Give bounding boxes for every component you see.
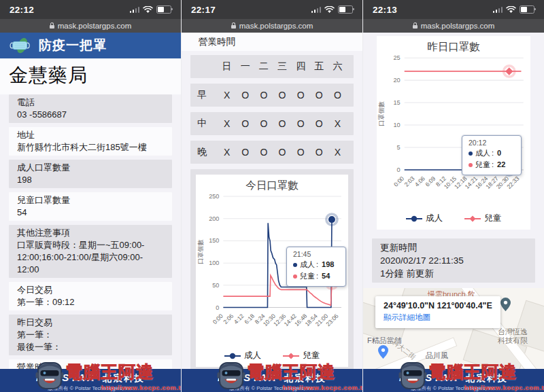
star-icon: ✦ [45,367,51,373]
mask-app-logo-icon [8,37,33,54]
map-coordinates: 24°49'10.0"N 121°00'40.4"E [384,301,492,310]
chart-legend: 成人兒童 [196,350,348,367]
info-row: 今日交易第一筆：09:12 [9,282,172,310]
map-pin-icon [378,345,388,359]
status-icons [493,5,535,14]
lock-icon [231,25,236,29]
wifi-icon [506,6,516,14]
series-dot-icon [469,163,473,167]
info-row: 兒童口罩數量54 [9,192,172,221]
info-row: 昨日交易第一筆：最後一筆： [9,315,172,355]
cellular-signal-icon [130,6,140,13]
map-label-restaurant: 品川風 [426,351,448,361]
triple-screenshot-canvas: 22:12 mask.polstargps.com [0,0,544,392]
app-title: 防疫一把罩 [39,37,107,54]
battery-icon [520,5,534,14]
status-icons [311,5,354,14]
svg-text:2:06: 2:06 [222,313,235,325]
star-icon: ✦ [226,367,233,373]
polstar-logo: ✦POLSTAR [218,372,277,383]
info-row: 成人口罩數量198 [9,160,172,188]
app-header: 防疫一把罩 [0,33,181,58]
polstar-logo: ✦POLSTAR [399,372,459,383]
map-label-company: 台灣恆逸 科技有限 [498,327,528,345]
series-dot-icon [293,274,297,279]
svg-text:口罩個數: 口罩個數 [197,239,204,264]
svg-text:5: 5 [397,144,401,151]
status-time: 22:13 [373,5,397,15]
url-text: mask.polstargps.com [421,22,495,30]
chart-title: 今日口罩數 [196,176,348,191]
schedule-row: 晚XOOOOOX [190,141,354,164]
info-row: 營業時間 [9,359,172,369]
business-hours-heading: 營業時間 [182,33,362,51]
map-poi-dot-icon [434,363,443,369]
svg-text:0: 0 [216,304,219,311]
update-label: 更新時間 [380,241,527,254]
schedule-header-row: 日一二三四五六 [190,55,354,78]
url-bar[interactable]: mask.polstargps.com [0,19,181,33]
svg-text:6:09: 6:09 [424,175,437,188]
tooltip-time: 21:45 [293,250,339,258]
svg-text:100: 100 [209,260,219,266]
update-datetime: 2020/02/17 22:11:35 [380,254,527,267]
legend-item: 成人 [224,350,261,361]
svg-text:150: 150 [209,237,219,244]
yesterday-mask-chart[interactable]: 05101520250:002:034:066:098:1210:1512:18… [377,52,530,213]
update-time-box: 更新時間 2020/02/17 22:11:35 1分鐘 前更新 [372,238,535,283]
tooltip-row: 成人:0 [469,147,515,159]
phone-screenshot-middle: 22:17 mask.polstargps.com 營業時間 日一二三四五六早X… [181,0,362,392]
svg-text:2:03: 2:03 [403,175,416,188]
map-detail-link[interactable]: 顯示詳細地圖 [384,313,430,323]
svg-text:25: 25 [393,54,400,61]
legend-item: 兒童 [283,350,320,361]
info-row: 電話03 -5586687 [9,94,172,123]
series-dot-icon [469,152,473,156]
tooltip-time: 20:12 [469,139,515,147]
chart-legend: 成人兒童 [377,213,530,230]
map-info-card: 24°49'10.0"N 121°00'40.4"E 顯示詳細地圖 [375,296,500,328]
svg-text:50: 50 [212,282,219,289]
svg-text:0:00: 0:00 [211,313,224,325]
lock-icon [413,25,418,29]
footer-company-name: 北宸科技 [466,372,508,385]
svg-text:15: 15 [393,99,400,106]
polstar-logo: ✦POLSTAR [36,372,96,383]
svg-text:200: 200 [209,215,219,222]
url-text: mask.polstargps.com [239,22,313,30]
svg-text:20: 20 [393,77,400,84]
legend-item: 兒童 [464,213,501,224]
svg-text:23:06: 23:06 [324,313,339,327]
cellular-signal-icon [493,6,503,13]
site-footer: ✦POLSTAR 北宸科技 版權所有 © Polstar Technologie… [182,369,362,392]
page-content: 昨日口罩數 05101520250:002:034:066:098:1210:1… [363,33,544,369]
legend-item: 成人 [406,213,443,224]
phone-screenshot-left: 22:12 mask.polstargps.com [0,0,181,392]
series-dot-icon [293,263,297,267]
svg-text:4:12: 4:12 [233,313,245,325]
page-content: 營業時間 日一二三四五六早XOOOOOO中XOOOOOX晚XOOOOOX 今日口… [182,33,362,369]
yesterday-chart-card: 昨日口罩數 05101520250:002:034:066:098:1210:1… [377,36,530,230]
svg-text:6:18: 6:18 [243,313,256,325]
map[interactable]: 慢雲brunch 飲 24°49'10.0"N 121°00'40.4"E 顯示… [363,288,544,369]
business-hours-table: 日一二三四五六早XOOOOOO中XOOOOOX晚XOOOOOX [182,55,362,164]
url-bar[interactable]: mask.polstargps.com [182,19,362,33]
info-row: 其他注意事項口罩販賣時段：星期一~五09:00-12:00;16:00-21:0… [9,225,172,278]
status-bar: 22:13 [363,0,544,19]
footer-copyright: 版權所有 © Polstar Technologies, Inc. [363,385,544,392]
tooltip-row: 兒童:54 [293,270,339,282]
pharmacy-info-list: 電話03 -5586687地址新竹縣竹北市科大二街185號一樓成人口罩數量198… [0,94,181,369]
footer-company-name: 北宸科技 [284,372,326,385]
url-bar[interactable]: mask.polstargps.com [363,19,544,33]
svg-text:250: 250 [209,193,219,200]
status-time: 22:17 [191,5,216,15]
svg-text:4:06: 4:06 [413,175,426,188]
wifi-icon [324,6,335,14]
chart-tooltip: 20:12 成人:0 兒童:22 [462,135,522,175]
chart-card: 今日口罩數 0501001502002500:002:064:126:188:2… [196,175,348,367]
svg-text:0: 0 [397,166,401,173]
info-row: 地址新竹縣竹北市科大二街185號一樓 [9,127,172,156]
schedule-row: 中XOOOOOX [190,112,354,135]
phone-screenshot-right: 22:13 mask.polstargps.com 昨日口罩數 05101520… [362,0,544,392]
site-footer: ✦POLSTAR 北宸科技 版權所有 © Polstar Technologie… [363,369,544,392]
